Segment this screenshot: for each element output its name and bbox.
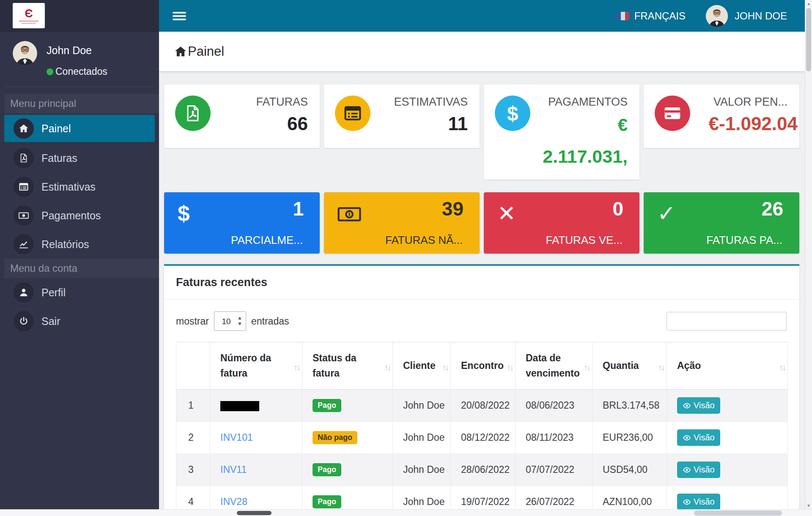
invoice-link[interactable]: INV11 (220, 464, 247, 475)
column-header-quantia[interactable]: Quantia↑↓ (593, 342, 667, 390)
topbar: FRANÇAIS JOHN DOE (159, 0, 805, 32)
home-icon (14, 118, 34, 139)
horizontal-scrollbar-thumb[interactable] (237, 511, 272, 515)
sidebar-menu: Menu principalPainelFaturasEstimativasPa… (0, 94, 159, 336)
summary-box-label: PARCIALME... (231, 234, 303, 247)
cell-amount: EUR236,00 (593, 422, 667, 454)
cell-date: 20/08/2022 (451, 390, 516, 422)
sidebar: Є John Doe Conectados Menu principalPain… (0, 0, 159, 516)
cell-due-date: 08/11/2023 (516, 422, 593, 454)
summary-box-label: FATURAS VE... (546, 234, 623, 247)
view-button[interactable]: Visão (677, 461, 720, 478)
stat-card-faturas: FATURAS66 (164, 85, 320, 148)
sort-arrows-icon[interactable]: ↑↓ (384, 361, 390, 374)
chart-icon (14, 234, 34, 254)
invoices-table: Número da fatura↑↓Status da fatura↑↓Clie… (176, 342, 788, 516)
column-header-encontro[interactable]: Encontro↑↓ (451, 342, 516, 390)
status-badge: Pago (313, 495, 341, 508)
invoice-link[interactable]: INV28 (220, 496, 247, 507)
sidebar-item-label: Perfil (41, 287, 66, 299)
view-button[interactable]: Visão (677, 397, 720, 414)
summary-box-faturas-pagas: ✓26FATURAS PA... (644, 192, 799, 254)
stat-card-label: ESTIMATIVAS (394, 96, 468, 109)
entries-select[interactable]: 10 (214, 311, 246, 331)
sidebar-item-pagamentos[interactable]: Pagamentos (0, 201, 159, 230)
sidebar-item-sair[interactable]: Sair (0, 307, 159, 336)
sidebar-item-label: Relatórios (41, 238, 89, 251)
language-label: FRANÇAIS (634, 10, 686, 22)
vertical-scrollbar[interactable]: ▲ ▼ (805, 0, 812, 516)
check-icon: ✓ (657, 202, 676, 226)
view-button[interactable]: Visão (677, 494, 720, 510)
avatar (706, 5, 728, 27)
stat-card-label: FATURAS (256, 96, 308, 109)
sidebar-item-estimativas[interactable]: Estimativas (0, 172, 159, 201)
sort-arrows-icon[interactable]: ↑↓ (442, 361, 448, 374)
sidebar-user-name: John Doe (47, 44, 107, 57)
summary-box-label: FATURAS PA... (706, 234, 782, 247)
column-header-status-da-fatura[interactable]: Status da fatura↑↓ (302, 342, 393, 390)
summary-box-value: 1 (293, 197, 304, 220)
hamburger-menu-icon[interactable] (173, 10, 186, 22)
stat-card-valor-pendente: VALOR PEN...€-1.092.04 (644, 85, 799, 148)
horizontal-scrollbar[interactable] (0, 509, 812, 516)
sidebar-item-faturas[interactable]: Faturas (0, 144, 159, 172)
language-switcher[interactable]: FRANÇAIS (617, 10, 686, 22)
logo-glyph-icon: Є (25, 8, 33, 19)
sort-arrows-icon[interactable]: ↑↓ (584, 361, 590, 374)
home-icon (174, 45, 187, 58)
credit-card-icon (655, 96, 690, 131)
sidebar-item-painel[interactable]: Painel (4, 115, 155, 142)
vertical-scrollbar-thumb[interactable] (806, 8, 811, 71)
cell-action: Visão (667, 422, 788, 454)
cell-due-date: 08/06/2023 (516, 390, 593, 422)
dollar-icon: $ (178, 202, 190, 226)
sort-arrows-icon[interactable]: ↑↓ (658, 361, 664, 374)
entries-suffix-label: entradas (251, 316, 289, 327)
cell-date: 08/12/2022 (451, 422, 516, 454)
stat-card-pagamentos: $PAGAMENTOS€2.117.031, (484, 85, 639, 180)
cell-index: 3 (176, 454, 210, 486)
sort-arrows-icon[interactable]: ↑↓ (507, 361, 513, 374)
menu-section-header: Menu principal (4, 94, 159, 113)
sidebar-item-label: Painel (41, 123, 71, 135)
column-header-a-o[interactable]: Ação↑↓ (667, 342, 788, 390)
cell-due-date: 07/07/2022 (516, 454, 593, 486)
column-header-data-de-vencimento[interactable]: Data de vencimento↑↓ (516, 342, 593, 390)
connection-status: Conectados (47, 66, 107, 77)
table-header-row: Número da fatura↑↓Status da fatura↑↓Clie… (176, 342, 788, 390)
sort-arrows-icon[interactable]: ↑↓ (779, 361, 785, 374)
sidebar-item-label: Pagamentos (41, 210, 101, 222)
sidebar-item-perfil[interactable]: Perfil (0, 278, 159, 307)
sort-arrows-icon[interactable]: ↑↓ (294, 361, 299, 374)
cell-invoice-number (210, 390, 302, 422)
file-pdf-icon (175, 96, 211, 131)
entries-prefix-label: mostrar (176, 316, 209, 327)
stat-card-label: PAGAMENTOS (548, 96, 628, 109)
invoice-row: 3INV11PagoJohn Doe28/06/202207/07/2022US… (176, 454, 788, 486)
money-icon (14, 205, 34, 226)
column-header-cliente[interactable]: Cliente↑↓ (393, 342, 451, 390)
cell-client: John Doe (393, 422, 451, 454)
dollar-icon: $ (495, 96, 530, 131)
cell-amount: BRL3.174,58 (593, 390, 667, 422)
summary-box-faturas-vencidas: ✕0FATURAS VE... (484, 192, 639, 254)
table-search-input[interactable] (667, 312, 787, 330)
scroll-up-icon[interactable]: ▲ (805, 0, 812, 7)
inner-scrollbar-thumb[interactable] (694, 511, 782, 516)
status-badge: Pago (313, 463, 341, 476)
table-controls: mostrar 10 ▲▼ entradas (176, 311, 787, 331)
sidebar-item-relatorios[interactable]: Relatórios (0, 230, 159, 259)
user-menu[interactable]: JOHN DOE (706, 5, 787, 27)
summary-box-label: FATURAS NÃ... (385, 234, 463, 247)
app-logo[interactable]: Є (13, 3, 45, 28)
online-dot-icon (47, 68, 53, 75)
column-header-n-mero-da-fatura[interactable]: Número da fatura↑↓ (210, 342, 302, 390)
sidebar-item-label: Sair (41, 315, 60, 328)
cell-status: Pago (302, 454, 393, 486)
divider (5, 87, 154, 87)
view-button[interactable]: Visão (677, 429, 720, 446)
power-icon (14, 311, 34, 331)
invoice-link[interactable]: INV101 (220, 432, 253, 443)
scroll-down-icon[interactable]: ▼ (805, 502, 812, 509)
